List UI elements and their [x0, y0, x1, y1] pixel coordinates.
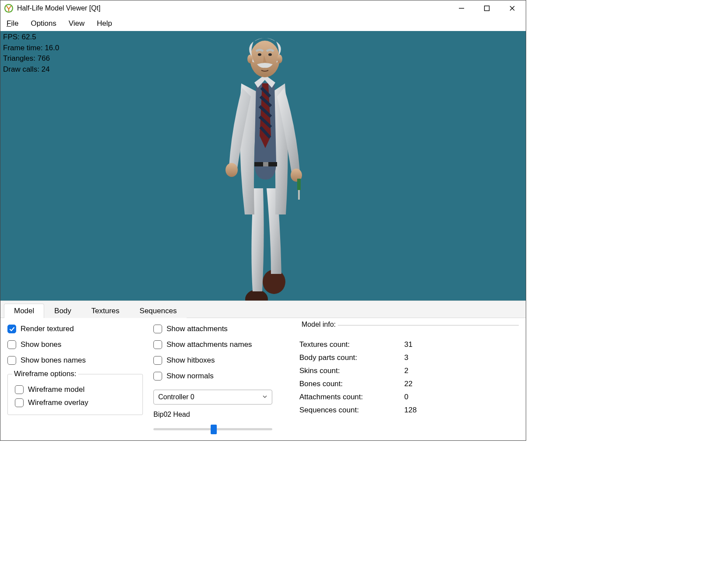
stats-overlay: FPS: 62.5 Frame time: 16.0 Triangles: 76…: [3, 32, 59, 75]
menubar: File Options View Help: [0, 16, 526, 31]
group-wireframe: Wireframe options: Wireframe model Wiref…: [7, 374, 143, 415]
checkbox-show-bones-names[interactable]: [7, 356, 16, 365]
label-show-attachments-names: Show attachments names: [167, 340, 252, 349]
legend-wireframe: Wireframe options:: [12, 370, 78, 378]
info-key-attach: Attachments count:: [299, 393, 404, 401]
info-key-bones: Bones count:: [299, 380, 404, 388]
svg-rect-13: [298, 190, 300, 200]
info-val-bones: 22: [404, 380, 519, 388]
stat-fps: 62.5: [22, 33, 36, 41]
info-val-sequences: 128: [404, 406, 519, 415]
label-wireframe-overlay: Wireframe overlay: [28, 398, 88, 407]
close-button[interactable]: [500, 0, 525, 16]
info-val-bodyparts: 3: [404, 353, 519, 362]
app-icon: [4, 3, 14, 13]
model-info-grid: Textures count:31 Body parts count:3 Ski…: [299, 340, 519, 415]
menu-help[interactable]: Help: [97, 19, 112, 28]
stat-triangles: 766: [38, 54, 50, 62]
checkbox-wireframe-overlay[interactable]: [15, 398, 24, 407]
label-show-attachments: Show attachments: [167, 325, 228, 333]
checkbox-show-attachments-names[interactable]: [153, 340, 162, 349]
svg-point-10: [226, 163, 238, 177]
label-controller-bone: Bip02 Head: [153, 411, 289, 419]
label-wireframe-model: Wireframe model: [28, 385, 84, 394]
slider-thumb[interactable]: [211, 425, 217, 434]
label-show-bones-names: Show bones names: [21, 356, 86, 365]
checkbox-show-bones[interactable]: [7, 340, 16, 349]
info-val-skins: 2: [404, 367, 519, 375]
info-key-textures: Textures count:: [299, 340, 404, 349]
group-model-info: Model info:: [299, 325, 519, 333]
label-show-normals: Show normals: [167, 372, 214, 380]
chevron-down-icon: [262, 393, 267, 401]
svg-point-15: [258, 53, 261, 56]
tab-content-model: Render textured Show bones Show bones na…: [0, 318, 526, 440]
tab-body[interactable]: Body: [44, 304, 81, 318]
tab-sequences[interactable]: Sequences: [129, 304, 187, 318]
svg-rect-9: [263, 162, 268, 166]
maximize-button[interactable]: [474, 0, 500, 16]
checkbox-wireframe-model[interactable]: [15, 385, 24, 394]
label-show-hitboxes: Show hitboxes: [167, 356, 215, 365]
checkbox-show-normals[interactable]: [153, 372, 162, 380]
select-controller[interactable]: Controller 0: [153, 390, 272, 405]
stat-draw-calls: 24: [42, 65, 50, 73]
checkbox-render-textured[interactable]: [7, 325, 16, 333]
menu-view[interactable]: View: [69, 19, 85, 28]
svg-rect-12: [297, 179, 301, 190]
info-key-bodyparts: Body parts count:: [299, 353, 404, 362]
menu-options[interactable]: Options: [31, 19, 56, 28]
stat-frame-time: 16.0: [45, 44, 59, 52]
svg-point-17: [247, 55, 253, 63]
titlebar: Half-Life Model Viewer [Qt]: [0, 0, 526, 16]
info-val-textures: 31: [404, 340, 519, 349]
control-panel: Model Body Textures Sequences Render tex…: [0, 301, 526, 440]
info-key-sequences: Sequences count:: [299, 406, 404, 415]
minimize-button[interactable]: [449, 0, 474, 16]
model-scientist: [211, 31, 316, 301]
tab-model[interactable]: Model: [4, 304, 44, 318]
info-key-skins: Skins count:: [299, 367, 404, 375]
checkbox-show-hitboxes[interactable]: [153, 356, 162, 365]
app-window: Half-Life Model Viewer [Qt] File Options…: [0, 0, 526, 441]
label-render-textured: Render textured: [21, 325, 74, 333]
slider-controller[interactable]: [153, 424, 272, 434]
tab-bar: Model Body Textures Sequences: [0, 301, 526, 318]
tab-textures[interactable]: Textures: [81, 304, 129, 318]
svg-point-18: [277, 55, 282, 63]
svg-rect-3: [485, 6, 489, 11]
legend-model-info: Model info:: [299, 321, 338, 329]
menu-file[interactable]: File: [7, 19, 18, 28]
checkbox-show-attachments[interactable]: [153, 325, 162, 333]
select-controller-value: Controller 0: [158, 393, 194, 401]
label-show-bones: Show bones: [21, 340, 62, 349]
window-title: Half-Life Model Viewer [Qt]: [17, 4, 101, 12]
viewport-3d[interactable]: FPS: 62.5 Frame time: 16.0 Triangles: 76…: [0, 31, 526, 301]
info-val-attach: 0: [404, 393, 519, 401]
svg-point-16: [268, 53, 272, 56]
